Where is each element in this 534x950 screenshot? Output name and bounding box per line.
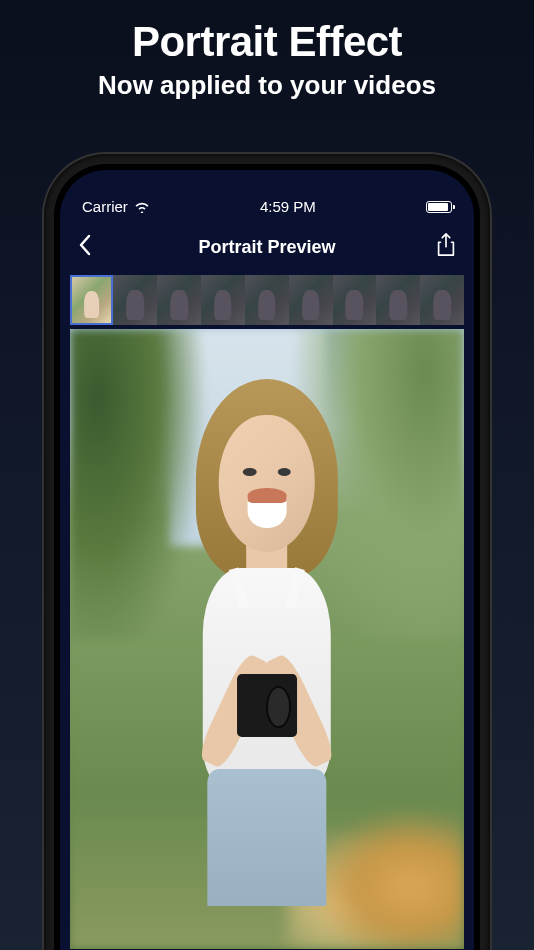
phone-frame: Carrier 4:59 PM Por	[44, 154, 490, 950]
status-time: 4:59 PM	[260, 198, 316, 215]
back-button[interactable]	[78, 231, 108, 263]
nav-bar: Portrait Preview	[60, 223, 474, 275]
phone-screen: Carrier 4:59 PM Por	[60, 170, 474, 950]
share-button[interactable]	[426, 233, 456, 261]
nav-title: Portrait Preview	[198, 237, 335, 258]
timeline-frame[interactable]	[376, 275, 420, 325]
timeline-frame[interactable]	[201, 275, 245, 325]
promo-title: Portrait Effect	[0, 18, 534, 66]
carrier-label: Carrier	[82, 198, 128, 215]
timeline-frame[interactable]	[157, 275, 201, 325]
promo-subtitle: Now applied to your videos	[0, 70, 534, 101]
video-timeline[interactable]	[70, 275, 464, 325]
video-preview[interactable]	[70, 329, 464, 949]
timeline-frame[interactable]	[420, 275, 464, 325]
chevron-left-icon	[78, 234, 92, 256]
phone-inner: Carrier 4:59 PM Por	[54, 164, 480, 950]
status-left: Carrier	[82, 198, 150, 215]
wifi-icon	[134, 201, 150, 213]
preview-subject	[153, 379, 382, 906]
promo-header: Portrait Effect Now applied to your vide…	[0, 0, 534, 101]
timeline-frame[interactable]	[333, 275, 377, 325]
timeline-frame[interactable]	[113, 275, 157, 325]
timeline-frame[interactable]	[245, 275, 289, 325]
battery-icon	[426, 201, 452, 213]
status-bar: Carrier 4:59 PM	[60, 170, 474, 223]
timeline-frame-active[interactable]	[70, 275, 113, 325]
share-icon	[436, 233, 456, 257]
timeline-frame[interactable]	[289, 275, 333, 325]
status-right	[426, 201, 452, 213]
